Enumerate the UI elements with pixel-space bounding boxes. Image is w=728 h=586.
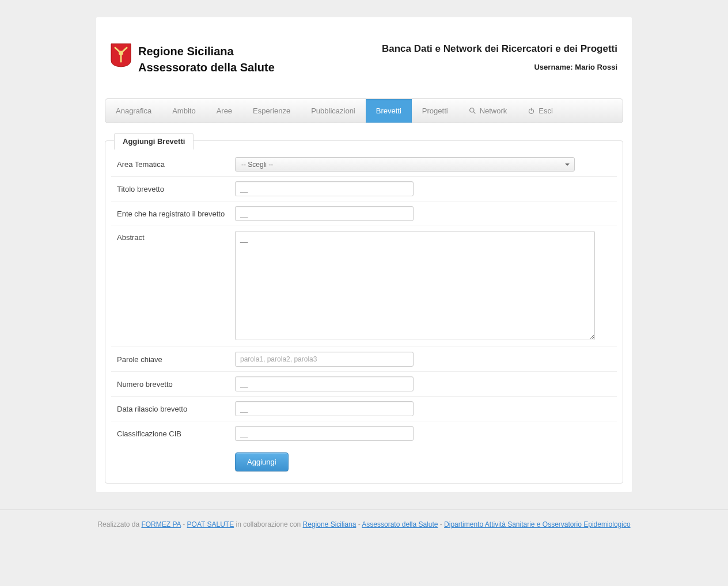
search-icon bbox=[469, 107, 476, 115]
svg-line-2 bbox=[473, 112, 475, 113]
label-parole-chiave: Parole chiave bbox=[111, 355, 235, 364]
select-area-tematica[interactable]: -- Scegli -- bbox=[235, 157, 575, 172]
submit-button[interactable]: Aggiungi bbox=[235, 452, 289, 471]
nav-label: Esperienze bbox=[253, 106, 290, 115]
username-label: Username: bbox=[534, 63, 572, 71]
header: Regione Siciliana Assessorato della Salu… bbox=[105, 26, 623, 98]
nav-aree[interactable]: Aree bbox=[206, 99, 242, 123]
nav-ambito[interactable]: Ambito bbox=[162, 99, 206, 123]
footer: Realizzato da FORMEZ PA - POAT SALUTE in… bbox=[0, 509, 728, 546]
footer-link-assessorato[interactable]: Assessorato della Salute bbox=[362, 520, 438, 528]
nav-pubblicazioni[interactable]: Pubblicazioni bbox=[301, 99, 366, 123]
header-right: Banca Dati e Network dei Ricercatori e d… bbox=[382, 43, 617, 71]
nav-label: Ambito bbox=[172, 106, 195, 115]
add-patent-fieldset: Aggiungi Brevetti Area Tematica -- Scegl… bbox=[105, 140, 623, 484]
input-parole-chiave[interactable] bbox=[235, 352, 414, 367]
nav-label: Aree bbox=[217, 106, 232, 115]
select-value: -- Scegli -- bbox=[241, 161, 273, 169]
footer-sep: - bbox=[356, 520, 362, 528]
input-numero[interactable] bbox=[235, 376, 414, 391]
nav-label: Network bbox=[480, 106, 507, 115]
app-title: Banca Dati e Network dei Ricercatori e d… bbox=[382, 43, 617, 55]
label-area-tematica: Area Tematica bbox=[111, 160, 235, 169]
svg-point-1 bbox=[469, 108, 473, 112]
nav-brevetti[interactable]: Brevetti bbox=[366, 99, 412, 123]
input-classificazione[interactable] bbox=[235, 426, 414, 441]
label-numero: Numero brevetto bbox=[111, 380, 235, 389]
nav-esci[interactable]: Esci bbox=[517, 99, 563, 123]
nav-label: Progetti bbox=[422, 106, 448, 115]
footer-link-regione[interactable]: Regione Siciliana bbox=[303, 520, 357, 528]
nav-esperienze[interactable]: Esperienze bbox=[242, 99, 301, 123]
username-value: Mario Rossi bbox=[575, 63, 617, 71]
nav-bar: Anagrafica Ambito Aree Esperienze Pubbli… bbox=[105, 98, 623, 123]
power-icon bbox=[528, 107, 535, 115]
label-titolo: Titolo brevetto bbox=[111, 185, 235, 193]
nav-network[interactable]: Network bbox=[458, 99, 518, 123]
footer-mid: in collaborazione con bbox=[234, 520, 302, 528]
label-classificazione: Classificazione CIB bbox=[111, 429, 235, 438]
footer-prefix: Realizzato da bbox=[97, 520, 141, 528]
nav-label: Esci bbox=[539, 106, 553, 115]
header-left: Regione Siciliana Assessorato della Salu… bbox=[111, 43, 275, 75]
org-name-line2: Assessorato della Salute bbox=[138, 59, 275, 75]
label-ente: Ente che ha registrato il brevetto bbox=[111, 210, 235, 218]
input-titolo[interactable] bbox=[235, 181, 414, 196]
username-line: Username: Mario Rossi bbox=[382, 63, 617, 71]
label-abstract: Abstract bbox=[111, 231, 235, 242]
nav-label: Brevetti bbox=[376, 106, 401, 115]
nav-label: Pubblicazioni bbox=[311, 106, 355, 115]
footer-sep: - bbox=[438, 520, 444, 528]
region-logo-icon bbox=[111, 43, 131, 67]
footer-link-dipartimento[interactable]: Dipartimento Attività Sanitarie e Osserv… bbox=[444, 520, 630, 528]
nav-label: Anagrafica bbox=[116, 106, 151, 115]
org-name-line1: Regione Siciliana bbox=[138, 43, 275, 59]
nav-progetti[interactable]: Progetti bbox=[412, 99, 458, 123]
input-ente[interactable] bbox=[235, 206, 414, 221]
nav-anagrafica[interactable]: Anagrafica bbox=[105, 99, 162, 123]
textarea-abstract[interactable] bbox=[235, 231, 595, 340]
org-name: Regione Siciliana Assessorato della Salu… bbox=[138, 43, 275, 75]
footer-link-formez[interactable]: FORMEZ PA bbox=[141, 520, 180, 528]
footer-link-poat[interactable]: POAT SALUTE bbox=[187, 520, 234, 528]
input-data-rilascio[interactable] bbox=[235, 401, 414, 416]
label-data-rilascio: Data rilascio brevetto bbox=[111, 405, 235, 413]
fieldset-legend: Aggiungi Brevetti bbox=[114, 133, 194, 150]
footer-sep: - bbox=[181, 520, 187, 528]
chevron-down-icon bbox=[565, 163, 570, 166]
main-card: Regione Siciliana Assessorato della Salu… bbox=[96, 17, 632, 492]
